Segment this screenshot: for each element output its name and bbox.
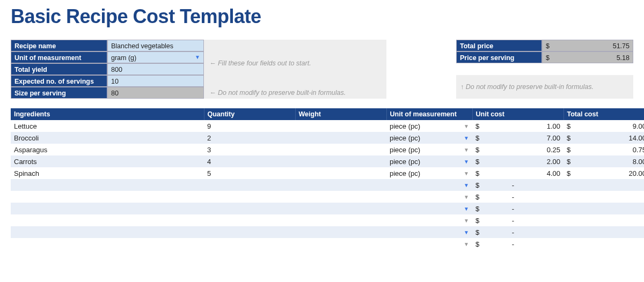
table-row: ▼$-0.00	[11, 179, 644, 191]
cell-unit-cost[interactable]: $7.00	[472, 132, 564, 144]
cell-quantity[interactable]: 3	[204, 144, 295, 155]
cell-uom-dropdown[interactable]: ▼	[386, 238, 472, 250]
cell-ingredient[interactable]: Lettuce	[11, 120, 204, 132]
cell-ingredient[interactable]	[11, 214, 204, 226]
th-uom: Unit of measurement	[386, 108, 472, 120]
th-total-cost: Total cost	[564, 108, 644, 120]
cell-weight[interactable]	[295, 238, 386, 250]
cell-unit-cost[interactable]: $1.00	[472, 120, 564, 132]
cell-uom-dropdown[interactable]: piece (pc)▼	[386, 144, 472, 155]
cell-total-cost	[564, 191, 644, 203]
chevron-down-icon: ▼	[464, 182, 469, 188]
cell-weight[interactable]	[295, 120, 386, 132]
cell-weight[interactable]	[295, 191, 386, 203]
chevron-down-icon: ▼	[464, 229, 469, 235]
cell-quantity[interactable]	[204, 226, 295, 238]
input-total-yield[interactable]: 800	[107, 63, 204, 75]
cell-unit-cost[interactable]: $0.25	[472, 144, 564, 155]
table-row: Carrots4piece (pc)▼$2.00$8.00	[11, 155, 644, 167]
cell-quantity[interactable]	[204, 191, 295, 203]
cell-ingredient[interactable]: Asparagus	[11, 144, 204, 155]
cell-quantity[interactable]	[204, 179, 295, 191]
cell-quantity[interactable]	[204, 214, 295, 226]
cell-ingredient[interactable]: Carrots	[11, 155, 204, 167]
cell-uom-dropdown[interactable]: ▼	[386, 214, 472, 226]
cell-uom-dropdown[interactable]: piece (pc)▼	[386, 132, 472, 144]
table-row: Spinach5piece (pc)▼$4.00$20.00	[11, 167, 644, 179]
cell-uom-dropdown[interactable]: ▼	[386, 226, 472, 238]
output-price-per-serving: $ 5.18	[542, 51, 633, 63]
input-recipe-name[interactable]: Blanched vegetables	[107, 40, 204, 51]
cell-uom-dropdown[interactable]: piece (pc)▼	[386, 167, 472, 179]
cell-quantity[interactable]: 9	[204, 120, 295, 132]
currency-symbol: $	[475, 240, 479, 248]
cell-ingredient[interactable]: Broccoli	[11, 132, 204, 144]
cell-weight[interactable]	[295, 167, 386, 179]
input-uom-dropdown[interactable]: gram (g) ▼	[107, 51, 204, 63]
cell-uom-dropdown[interactable]: piece (pc)▼	[386, 120, 472, 132]
cell-weight[interactable]	[295, 226, 386, 238]
label-uom: Unit of measurement	[11, 51, 107, 63]
cell-unit-cost[interactable]: $-0.00	[472, 214, 564, 226]
cell-uom-dropdown[interactable]: piece (pc)▼	[386, 155, 472, 167]
currency-symbol: $	[546, 52, 550, 63]
cell-unit-cost[interactable]: $-0.00	[472, 238, 564, 250]
cell-total-cost	[564, 226, 644, 238]
cell-unit-cost[interactable]: $-0.00	[472, 203, 564, 214]
cell-uom-dropdown[interactable]: ▼	[386, 191, 472, 203]
label-total-yield: Total yield	[11, 63, 107, 75]
cell-weight[interactable]	[295, 132, 386, 144]
currency-symbol: $	[475, 146, 479, 154]
cell-weight[interactable]	[295, 155, 386, 167]
cell-weight[interactable]	[295, 144, 386, 155]
unit-cost-value: 2.00	[547, 158, 560, 166]
th-ingredients: Ingredients	[11, 108, 204, 120]
currency-symbol: $	[475, 134, 479, 142]
currency-symbol: $	[475, 169, 479, 177]
cell-weight[interactable]	[295, 179, 386, 191]
cell-unit-cost[interactable]: $2.00	[472, 155, 564, 167]
th-weight: Weight	[295, 108, 386, 120]
total-cost-value: 14.00	[628, 134, 644, 142]
cell-ingredient[interactable]	[11, 179, 204, 191]
cell-weight[interactable]	[295, 214, 386, 226]
label-size-serving: Size per serving	[11, 87, 107, 99]
cell-quantity[interactable]: 4	[204, 155, 295, 167]
cell-ingredient[interactable]	[11, 238, 204, 250]
table-row: Lettuce9piece (pc)▼$1.00$9.00	[11, 120, 644, 132]
input-uom-value: gram (g)	[111, 54, 136, 62]
cell-total-cost	[564, 203, 644, 214]
cell-ingredient[interactable]	[11, 191, 204, 203]
chevron-down-icon: ▼	[464, 135, 469, 141]
unit-cost-value: -	[512, 217, 514, 225]
unit-cost-value: -	[512, 193, 514, 201]
cell-unit-cost[interactable]: $-0.00	[472, 226, 564, 238]
table-row: ▼$-0.00	[11, 226, 644, 238]
price-per-serving-value: 5.18	[617, 52, 630, 63]
form-panel: Recipe name Unit of measurement Total yi…	[11, 40, 633, 99]
currency-symbol: $	[475, 228, 479, 236]
cell-quantity[interactable]: 5	[204, 167, 295, 179]
chevron-down-icon: ▼	[464, 194, 469, 200]
cell-uom-dropdown[interactable]: ▼	[386, 203, 472, 214]
currency-symbol: $	[567, 134, 570, 142]
cell-unit-cost[interactable]: $-0.00	[472, 191, 564, 203]
currency-symbol: $	[567, 122, 570, 130]
cell-total-cost	[564, 179, 644, 191]
cell-unit-cost[interactable]: $-0.00	[472, 179, 564, 191]
table-row: ▼$-0.00	[11, 238, 644, 250]
cell-quantity[interactable]	[204, 238, 295, 250]
input-expected-servings[interactable]: 10	[107, 75, 204, 87]
cell-quantity[interactable]	[204, 203, 295, 214]
cell-unit-cost[interactable]: $4.00	[472, 167, 564, 179]
cell-ingredient[interactable]: Spinach	[11, 167, 204, 179]
cell-uom-value: piece (pc)	[390, 122, 420, 130]
cell-weight[interactable]	[295, 203, 386, 214]
currency-symbol: $	[475, 122, 479, 130]
cell-ingredient[interactable]	[11, 226, 204, 238]
page-title: Basic Recipe Cost Template	[11, 5, 633, 28]
cell-quantity[interactable]: 2	[204, 132, 295, 144]
chevron-down-icon: ▼	[464, 159, 469, 165]
cell-ingredient[interactable]	[11, 203, 204, 214]
cell-uom-dropdown[interactable]: ▼	[386, 179, 472, 191]
